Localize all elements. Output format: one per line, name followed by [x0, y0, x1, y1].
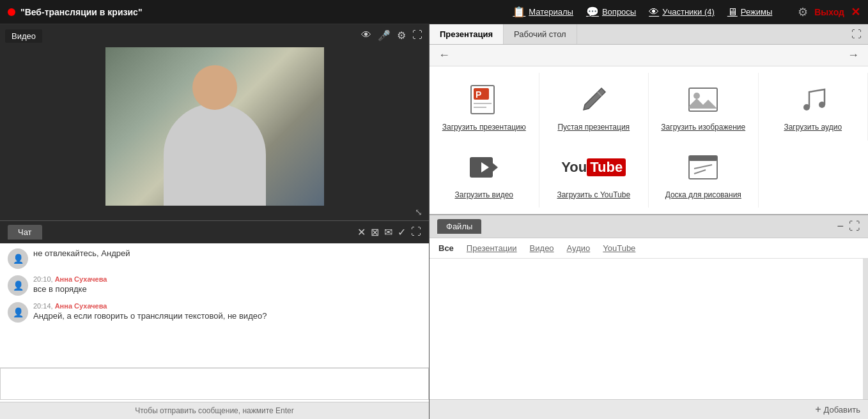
- resize-handle[interactable]: ⤡: [415, 207, 422, 217]
- add-label: Добавить: [824, 405, 860, 415]
- files-expand-icon[interactable]: ⛶: [849, 220, 860, 233]
- avatar: 👤: [8, 248, 28, 269]
- nav-materials[interactable]: 📋 Материалы: [513, 6, 573, 18]
- main-layout: Видео 👁 🎤 ⚙ ⛶ ⤡ Чат: [0, 24, 868, 419]
- video-label: Видео: [5, 29, 42, 43]
- message-text: не отвлекайтесь, Андрей: [33, 248, 130, 258]
- svg-point-8: [819, 102, 825, 108]
- whiteboard-label: Доска для рисования: [665, 190, 741, 201]
- list-item: 👤 20:10, Анна Сухачева все в порядке: [8, 275, 421, 296]
- chat-header: Чат ✕ ⊠ ✉ ✓ ⛶: [0, 221, 429, 243]
- message-content: 20:10, Анна Сухачева все в порядке: [33, 275, 107, 294]
- blank-ppt-label: Пустая презентация: [557, 123, 630, 133]
- video-settings-icon[interactable]: ⚙: [397, 29, 406, 42]
- close-icon[interactable]: ✕: [851, 5, 860, 19]
- avatar: 👤: [8, 275, 28, 296]
- upload-audio-button[interactable]: Загрузить аудио: [759, 73, 869, 141]
- upload-video-label: Загрузить видео: [454, 190, 513, 201]
- blank-presentation-button[interactable]: Пустая презентация: [539, 73, 649, 141]
- files-section: Файлы − ⛶ Все Презентации Видео Аудио Yo…: [430, 215, 868, 419]
- filter-audio[interactable]: Аудио: [567, 243, 591, 253]
- nav-forward-arrow[interactable]: →: [848, 49, 859, 62]
- upload-youtube-label: Загрузить с YouTube: [557, 190, 630, 201]
- chat-expand-icon[interactable]: ⛶: [411, 226, 421, 238]
- title-area: "Веб-трансляции в кризис": [8, 7, 513, 17]
- tab-desktop[interactable]: Рабочий стол: [504, 24, 577, 44]
- upload-ppt-label: Загрузить презентацию: [442, 123, 526, 133]
- list-item: 👤 20:14, Анна Сухачева Андрей, а если го…: [8, 302, 421, 323]
- camera-icon[interactable]: 👁: [361, 29, 371, 42]
- chat-messages: 👤 не отвлекайтесь, Андрей 👤 20:10, Анна …: [0, 243, 429, 367]
- chat-tab[interactable]: Чат: [8, 225, 42, 240]
- chat-section: Чат ✕ ⊠ ✉ ✓ ⛶ 👤 не отвлекайтесь, Андрей: [0, 221, 429, 419]
- tab-presentation[interactable]: Презентация: [430, 24, 504, 44]
- files-scrollbar[interactable]: [863, 259, 868, 399]
- upload-presentation-button[interactable]: P Загрузить презентацию: [430, 73, 539, 141]
- files-controls: − ⛶: [837, 220, 860, 233]
- message-author: Анна Сухачева: [55, 275, 107, 283]
- person-silhouette: [151, 65, 279, 206]
- materials-label: Материалы: [529, 7, 573, 17]
- pencil-icon: [575, 80, 613, 119]
- filter-presentations[interactable]: Презентации: [467, 243, 517, 253]
- video-fullscreen-icon[interactable]: ⛶: [412, 29, 422, 42]
- chat-email-icon[interactable]: ✉: [384, 226, 392, 238]
- participants-label: Участники (4): [662, 7, 715, 17]
- chat-clear-icon[interactable]: ✕: [357, 226, 366, 238]
- video-frame: [105, 47, 324, 206]
- upload-audio-label: Загрузить аудио: [784, 123, 842, 133]
- presentation-section: Презентация Рабочий стол ⛶ ← → P: [430, 24, 868, 215]
- exit-button[interactable]: Выход: [814, 7, 844, 17]
- exit-area: ⚙ Выход ✕: [798, 5, 860, 19]
- person-head: [192, 65, 237, 110]
- avatar: 👤: [8, 302, 28, 323]
- questions-label: Вопросы: [602, 7, 636, 17]
- files-minimize-icon[interactable]: −: [837, 220, 844, 233]
- upload-image-button[interactable]: Загрузить изображение: [649, 73, 759, 141]
- filter-youtube[interactable]: YouTube: [603, 243, 635, 253]
- settings-icon[interactable]: ⚙: [798, 5, 808, 19]
- header-nav: 📋 Материалы 💬 Вопросы 👁 Участники (4) 🖥 …: [513, 5, 860, 19]
- nav-questions[interactable]: 💬 Вопросы: [586, 6, 636, 18]
- svg-point-7: [803, 104, 810, 110]
- youtube-icon: YouTube: [575, 148, 613, 187]
- music-icon: [794, 80, 832, 119]
- presentation-grid: P Загрузить презентацию: [430, 66, 868, 214]
- message-meta: 20:14, Анна Сухачева: [33, 302, 267, 310]
- files-filter: Все Презентации Видео Аудио YouTube: [430, 238, 868, 259]
- presentation-fullscreen-icon[interactable]: ⛶: [845, 25, 868, 44]
- chat-input-area: Чтобы отправить сообщение, нажмите Enter: [0, 367, 429, 419]
- filter-video[interactable]: Видео: [530, 243, 554, 253]
- upload-youtube-button[interactable]: YouTube Загрузить с YouTube: [539, 141, 649, 208]
- video-controls: 👁 🎤 ⚙ ⛶: [361, 29, 422, 42]
- whiteboard-button[interactable]: Доска для рисования: [649, 141, 759, 208]
- nav-back-arrow[interactable]: ←: [438, 49, 450, 62]
- image-icon: [684, 80, 722, 119]
- svg-rect-13: [689, 156, 717, 161]
- mic-icon[interactable]: 🎤: [378, 29, 391, 42]
- message-meta: 20:10, Анна Сухачева: [33, 275, 107, 283]
- modes-icon: 🖥: [727, 6, 738, 18]
- message-text: все в порядке: [33, 284, 107, 294]
- files-header: Файлы − ⛶: [430, 215, 868, 238]
- nav-modes[interactable]: 🖥 Режимы: [727, 6, 772, 18]
- upload-image-label: Загрузить изображение: [661, 123, 745, 133]
- questions-icon: 💬: [586, 6, 599, 18]
- svg-marker-10: [490, 161, 498, 174]
- upload-video-button[interactable]: Загрузить видео: [430, 141, 539, 208]
- chat-send-hint: Чтобы отправить сообщение, нажмите Enter: [0, 402, 429, 419]
- filter-all[interactable]: Все: [438, 243, 454, 253]
- video-icon: [465, 148, 503, 187]
- chat-export-icon[interactable]: ⊠: [371, 226, 379, 238]
- ppt-icon: P: [465, 80, 503, 119]
- draw-icon: [684, 148, 722, 187]
- message-content: 20:14, Анна Сухачева Андрей, а если гово…: [33, 302, 267, 321]
- message-content: не отвлекайтесь, Андрей: [33, 248, 130, 258]
- modes-label: Режимы: [741, 7, 772, 17]
- chat-check-icon[interactable]: ✓: [398, 226, 406, 238]
- presentation-nav: ← →: [430, 45, 868, 66]
- nav-participants[interactable]: 👁 Участники (4): [649, 6, 715, 18]
- chat-input[interactable]: [0, 368, 429, 400]
- files-add-button[interactable]: + Добавить: [430, 399, 868, 419]
- plus-icon: +: [815, 404, 821, 415]
